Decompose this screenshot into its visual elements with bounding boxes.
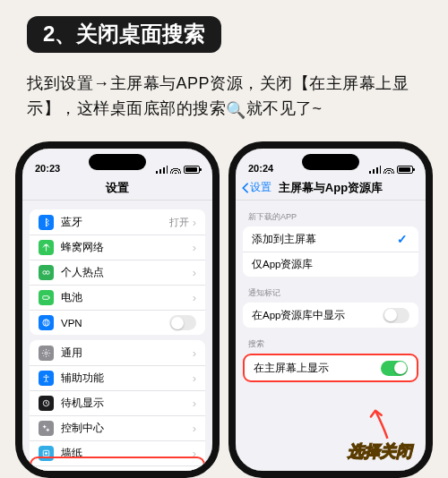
row-label: 辅助功能 [61,371,193,385]
row-general[interactable]: 通用 › [30,340,205,365]
chevron-right-icon: › [193,217,196,228]
group-header: 通知标记 [236,282,426,301]
dynamic-island [89,154,146,170]
navbar: 设置 [22,175,212,201]
svg-point-6 [45,352,47,354]
desc-pre: 找到设置→主屏幕与APP资源，关闭【在主屏幕上显示】，这样桌面底部的搜索 [27,74,409,117]
gear-icon [39,346,54,361]
row-label: 在主屏幕上显示 [254,362,381,375]
chevron-right-icon: › [193,372,196,384]
row-cellular[interactable]: 蜂窝网络 › [30,235,205,260]
antenna-icon [39,240,54,255]
signal-icon [156,166,168,174]
step-title-badge: 2、关闭桌面搜索 [27,16,221,53]
row-vpn[interactable]: VPN [30,310,205,335]
row-accessibility[interactable]: 辅助功能 › [30,365,205,390]
control-icon [39,421,54,436]
chevron-right-icon: › [193,347,196,359]
group-new-downloads: 添加到主屏幕 ✓ 仅App资源库 [243,226,418,277]
dynamic-island [302,154,359,170]
row-value: 打开 [169,216,189,229]
row-show-in-library[interactable]: 在App资源库中显示 [243,303,418,328]
wifi-icon [383,166,394,174]
svg-rect-2 [43,296,48,300]
svg-point-7 [46,374,47,376]
desc-post: 就不见了~ [246,99,323,117]
row-show-on-home[interactable]: 在主屏幕上显示 [245,355,417,380]
row-label: VPN [61,318,169,329]
row-add-to-home[interactable]: 添加到主屏幕 ✓ [243,226,418,252]
svg-point-0 [43,271,47,275]
battery-icon [184,166,200,174]
step-description: 找到设置→主屏幕与APP资源，关闭【在主屏幕上显示】，这样桌面底部的搜索🔍就不见… [27,72,421,124]
row-label: 控制中心 [61,422,193,435]
row-battery[interactable]: 电池 › [30,285,205,310]
chevron-right-icon: › [193,397,196,409]
chevron-right-icon: › [193,292,196,303]
row-label: 仅App资源库 [252,258,409,271]
library-toggle[interactable] [383,308,409,323]
settings-group-general: 通用 › 辅助功能 › 待机显示 › 控制中心 [30,340,205,471]
highlight-cutoff [30,457,205,473]
magnifier-icon: 🔍 [226,98,246,124]
wifi-icon [170,166,181,174]
row-label: 通用 [61,346,193,360]
row-label: 个人热点 [61,266,193,279]
vpn-toggle[interactable] [169,315,196,330]
row-label: 在App资源库中显示 [252,309,383,322]
row-standby[interactable]: 待机显示 › [30,390,205,415]
row-bluetooth[interactable]: 蓝牙 打开 › [30,209,205,235]
standby-icon [39,396,54,411]
phone-mock-right: 20:24 设置 主屏幕与App资源库 新下载的APP 添加到主屏 [228,141,433,478]
phone-mock-left: 20:23 设置 蓝牙 打开 › [15,141,220,478]
group-header: 搜索 [236,333,426,352]
svg-point-5 [45,320,47,326]
group-search-highlight: 在主屏幕上显示 [243,354,418,382]
svg-point-1 [47,271,50,275]
navbar-title: 主屏幕与App资源库 [279,180,383,196]
row-label: 添加到主屏幕 [252,233,397,246]
bluetooth-icon [39,215,54,230]
group-header: 新下载的APP [236,206,426,225]
status-time: 20:23 [35,163,60,174]
navbar: 设置 主屏幕与App资源库 [236,175,426,201]
row-label: 蓝牙 [61,216,169,229]
svg-rect-3 [49,297,50,299]
chevron-right-icon: › [193,423,196,434]
accessibility-icon [39,371,54,386]
group-badges: 在App资源库中显示 [243,303,418,328]
chevron-right-icon: › [193,267,196,278]
settings-group-connectivity: 蓝牙 打开 › 蜂窝网络 › 个人热点 › [30,209,205,335]
hotspot-icon [39,265,54,280]
navbar-title: 设置 [106,180,129,196]
row-app-library-only[interactable]: 仅App资源库 [243,252,418,277]
battery-icon [397,166,413,174]
row-label: 蜂窝网络 [61,241,193,254]
show-on-home-toggle[interactable] [381,361,408,376]
vpn-icon [39,315,54,330]
checkmark-icon: ✓ [397,232,408,246]
status-time: 20:24 [248,163,273,174]
row-hotspot[interactable]: 个人热点 › [30,260,205,285]
row-control-center[interactable]: 控制中心 › [30,415,205,440]
row-label: 电池 [61,291,193,304]
back-label: 设置 [250,180,271,195]
battery-icon [39,290,54,305]
svg-point-4 [43,320,49,326]
row-label: 待机显示 [61,397,193,410]
chevron-right-icon: › [193,242,196,253]
svg-point-12 [45,452,47,455]
chevron-left-icon [241,182,250,194]
signal-icon [369,166,381,174]
back-button[interactable]: 设置 [241,175,271,200]
